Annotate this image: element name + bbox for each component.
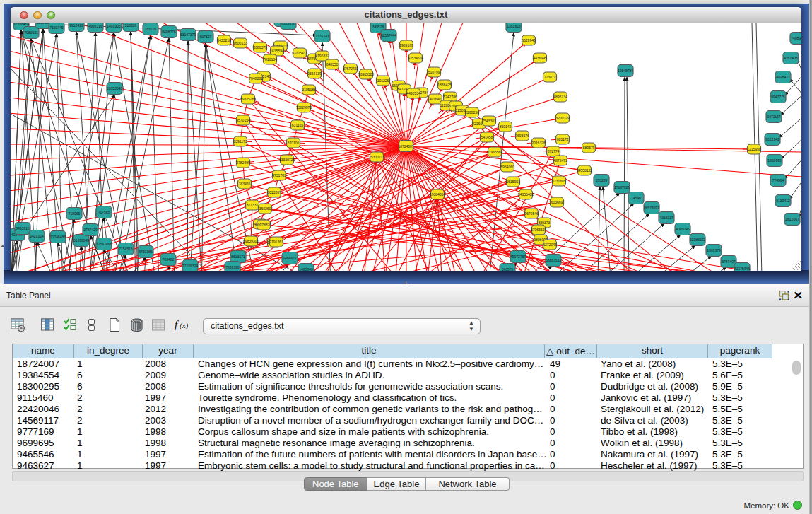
- svg-text:6231665: 6231665: [552, 179, 566, 183]
- svg-text:774964: 774964: [772, 178, 784, 182]
- svg-text:383465: 383465: [239, 182, 251, 186]
- svg-text:360576: 360576: [502, 267, 514, 271]
- svg-text:09839301: 09839301: [243, 239, 259, 243]
- svg-text:10648784: 10648784: [618, 69, 633, 73]
- svg-text:12567468: 12567468: [96, 242, 112, 246]
- svg-text:8498776: 8498776: [162, 30, 176, 34]
- svg-text:53147379: 53147379: [180, 33, 196, 37]
- svg-text:9022941: 9022941: [765, 137, 779, 141]
- svg-text:96965328: 96965328: [358, 72, 374, 76]
- svg-text:f: f: [175, 319, 179, 330]
- svg-text:165726: 165726: [145, 27, 157, 31]
- svg-text:7193745: 7193745: [49, 25, 64, 30]
- svg-text:9600133: 9600133: [233, 41, 247, 45]
- svg-text:1215958: 1215958: [747, 147, 761, 151]
- svg-text:4005045: 4005045: [676, 227, 690, 231]
- svg-text:8760385: 8760385: [139, 250, 153, 254]
- svg-text:4966319: 4966319: [88, 24, 102, 28]
- svg-text:7826398: 7826398: [225, 265, 240, 269]
- svg-text:8613171: 8613171: [231, 255, 245, 259]
- svg-text:6272046: 6272046: [543, 243, 557, 247]
- svg-text:1465840: 1465840: [299, 267, 313, 271]
- svg-text:7080531: 7080531: [24, 30, 38, 35]
- svg-text:2787429: 2787429: [83, 228, 98, 232]
- svg-text:360260: 360260: [259, 206, 271, 211]
- svg-text:1838425: 1838425: [437, 83, 452, 87]
- svg-text:1969379: 1969379: [707, 248, 721, 252]
- svg-text:4895134: 4895134: [553, 95, 567, 99]
- svg-text:6934060: 6934060: [500, 165, 514, 169]
- svg-text:2782489: 2782489: [236, 160, 250, 165]
- svg-text:717565: 717565: [98, 210, 110, 214]
- svg-text:7693676: 7693676: [515, 134, 529, 138]
- svg-text:20053346: 20053346: [107, 86, 122, 90]
- svg-text:889579: 889579: [583, 146, 595, 150]
- svg-text:89325288: 89325288: [240, 97, 256, 101]
- svg-text:8013267: 8013267: [267, 190, 281, 194]
- svg-text:1745961: 1745961: [629, 196, 643, 200]
- svg-text:4731781: 4731781: [272, 173, 286, 177]
- svg-text:401640: 401640: [430, 97, 442, 101]
- svg-text:7048281: 7048281: [249, 76, 263, 81]
- svg-text:850142: 850142: [500, 124, 512, 129]
- svg-text:9912419: 9912419: [69, 23, 83, 28]
- svg-text:93103413: 93103413: [292, 51, 307, 55]
- svg-text:01399049: 01399049: [73, 238, 89, 243]
- svg-text:77109324: 77109324: [182, 264, 198, 268]
- svg-text:2016328: 2016328: [531, 141, 546, 145]
- svg-text:083172: 083172: [557, 137, 569, 141]
- svg-text:34558122: 34558122: [577, 168, 592, 173]
- svg-text:01965569: 01965569: [487, 150, 502, 154]
- svg-text:71746488: 71746488: [50, 235, 66, 239]
- svg-text:7816184: 7816184: [263, 57, 277, 62]
- svg-text:37672423: 37672423: [343, 66, 358, 71]
- svg-text:7154516: 7154516: [119, 247, 133, 251]
- svg-text:773872: 773872: [544, 75, 556, 79]
- svg-text:82175946: 82175946: [734, 267, 750, 271]
- svg-text:101226: 101226: [377, 78, 389, 83]
- svg-text:49972787: 49972787: [510, 255, 526, 259]
- svg-text:507527: 507527: [200, 35, 212, 39]
- svg-text:670106: 670106: [288, 141, 300, 145]
- svg-text:9670546: 9670546: [524, 211, 539, 216]
- svg-text:518506: 518506: [125, 23, 137, 28]
- svg-text:67065627: 67065627: [531, 228, 546, 232]
- svg-text:6629946: 6629946: [522, 38, 536, 42]
- svg-text:3200379: 3200379: [555, 116, 570, 120]
- svg-text:37556464: 37556464: [13, 23, 29, 26]
- svg-text:58867533: 58867533: [546, 258, 561, 262]
- svg-text:349578: 349578: [372, 25, 384, 29]
- svg-text:5242786: 5242786: [443, 95, 457, 99]
- svg-text:17187026: 17187026: [614, 185, 630, 189]
- svg-text:73829973: 73829973: [296, 105, 312, 110]
- svg-text:0564139: 0564139: [307, 71, 322, 76]
- svg-text:8386379: 8386379: [253, 45, 267, 49]
- svg-text:4493534: 4493534: [406, 91, 420, 95]
- svg-text:4873471: 4873471: [553, 158, 567, 163]
- svg-text:7484677: 7484677: [283, 256, 297, 260]
- svg-text:3493618: 3493618: [16, 226, 30, 230]
- svg-text:0471167: 0471167: [767, 115, 780, 119]
- svg-text:871331: 871331: [247, 203, 259, 207]
- svg-text:4008427: 4008427: [776, 75, 790, 79]
- svg-text:3747407: 3747407: [722, 259, 736, 264]
- svg-text:1615594: 1615594: [270, 49, 284, 53]
- svg-text:68557444: 68557444: [381, 33, 396, 37]
- svg-text:7543303: 7543303: [482, 119, 496, 123]
- svg-text:4352408: 4352408: [784, 56, 798, 60]
- svg-text:7498941: 7498941: [791, 36, 801, 40]
- svg-text:872774: 872774: [548, 149, 560, 153]
- svg-text:43534624: 43534624: [408, 56, 423, 60]
- svg-text:9909169: 9909169: [399, 43, 413, 47]
- svg-text:25300213: 25300213: [369, 155, 384, 159]
- svg-text:00978820: 00978820: [256, 223, 271, 227]
- svg-text:9133412: 9133412: [776, 199, 790, 203]
- svg-text:603669: 603669: [551, 200, 563, 204]
- svg-text:889373: 889373: [539, 221, 551, 225]
- svg-text:1351823: 1351823: [507, 24, 521, 28]
- svg-text:270289: 270289: [596, 178, 608, 182]
- svg-text:541458: 541458: [481, 135, 493, 139]
- svg-text:2812067: 2812067: [785, 217, 799, 221]
- svg-text:5615951: 5615951: [506, 180, 520, 184]
- svg-text:0391171: 0391171: [233, 139, 247, 144]
